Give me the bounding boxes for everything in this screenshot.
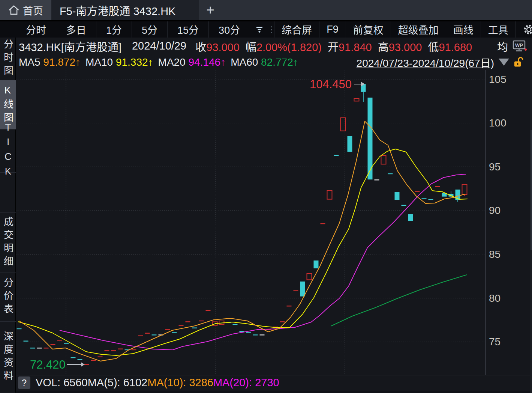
toolbar-right-group: 综合屏F9前复权超级叠加画线工具 » [274, 21, 532, 38]
ma-line-ma10 [18, 149, 468, 355]
toolbar-button-30min[interactable]: 30分 [209, 21, 250, 38]
tab-home[interactable]: 首页 [0, 0, 51, 20]
sidebar-tab-price-table[interactable]: 分价表 [0, 273, 16, 322]
toolbar-button-15min[interactable]: 15分 [168, 21, 209, 38]
volume-legend-label: MA(10): [147, 376, 189, 388]
volume-legend-value: 6102 [123, 376, 148, 388]
ma-name: MA60 [231, 56, 261, 68]
toolbar-button-multi-day[interactable]: 多日 [56, 21, 96, 38]
ma-legend-item: MA60 82.772↑ [231, 56, 298, 68]
question-mark-icon: ? [22, 378, 27, 388]
quote-field: 开91.840 [328, 41, 372, 53]
new-tab-button[interactable]: + [199, 0, 222, 20]
ma-value: 91.872↑ [43, 56, 81, 68]
quote-field-value: 93.000 [389, 41, 422, 53]
toolbar-button-f9[interactable]: F9 [319, 21, 346, 38]
toolbar-button-composite-screen[interactable]: 综合屏 [274, 21, 319, 38]
ma-legend-item: MA20 94.146↑ [158, 56, 226, 68]
quote-field: 幅2.00%(1.820) [246, 41, 322, 53]
period-button-group: 分时多日1分5分15分30分 [16, 21, 250, 38]
trading-app-window: 首页 F5-南方港股通 3432.HK + 分时多日1分5分15分30分 ⋮ 综… [0, 0, 532, 393]
quote-field-label: 低 [428, 41, 439, 53]
ma-value: 94.146↑ [189, 56, 226, 68]
quote-field-label: 开 [328, 41, 339, 53]
sidebar-tab-trade-detail[interactable]: 成交明细 [0, 213, 16, 273]
sidebar-tab-time-chart-label: 分时图 [1, 39, 15, 78]
y-axis-label: 100 [489, 117, 507, 129]
volume-legend-item: MA(5): 6102 [88, 376, 148, 388]
quote-info-bar: 3432.HK[南方港股通] 2024/10/29 收93.000幅2.00%(… [16, 38, 532, 54]
sidebar-tab-tick-label: TICK [2, 122, 14, 180]
ma-name: MA5 [19, 56, 43, 68]
volume-legend-label: VOL: [36, 376, 63, 388]
volume-legend-value: 6560 [63, 376, 88, 388]
window-tab-bar: 首页 F5-南方港股通 3432.HK + [0, 0, 532, 21]
symbol-name: 3432.HK[南方港股通] [19, 38, 121, 54]
toolbar-button-super-overlay[interactable]: 超级叠加 [391, 21, 446, 38]
toolbar-button-minute[interactable]: 分时 [16, 21, 56, 38]
tab-document-active[interactable]: F5-南方港股通 3432.HK [51, 0, 199, 20]
ma-name: MA10 [85, 56, 116, 68]
quote-field: 高93.000 [378, 41, 422, 53]
left-sidebar: 分时图K线图TICK成交明细分价表深度资料 [0, 38, 16, 393]
scrollbar-thumb[interactable] [531, 130, 532, 250]
candle-up [354, 98, 359, 101]
volume-legend-value: 3286 [189, 376, 213, 388]
sidebar-tab-time-chart[interactable]: 分时图 [0, 38, 16, 80]
candle-down [408, 214, 413, 221]
tab-document-label: F5-南方港股通 3432.HK [60, 2, 175, 18]
main-area: 分时图K线图TICK成交明细分价表深度资料 3432.HK[南方港股通] 202… [0, 38, 532, 393]
candle-up [327, 190, 332, 199]
ma-legend-item: MA10 91.332↑ [85, 56, 153, 68]
chart-panel: 3432.HK[南方港股通] 2024/10/29 收93.000幅2.00%(… [16, 38, 532, 393]
unlocked-padlock-icon[interactable] [514, 56, 524, 68]
period-filter-funnel-icon[interactable] [250, 21, 269, 38]
annotation-arrowhead [81, 362, 85, 367]
candle-up [341, 118, 346, 131]
toolbar-button-1min[interactable]: 1分 [96, 21, 132, 38]
candle-up [307, 274, 312, 280]
quote-field-label: 高 [378, 41, 389, 53]
sidebar-tab-depth-info[interactable]: 深度资料 [0, 322, 16, 393]
candle-up [381, 155, 386, 164]
candle-down [348, 136, 352, 152]
kline-chart-canvas[interactable]: 1051009590858075104.45072.420 [16, 70, 532, 375]
tab-home-label: 首页 [23, 3, 43, 18]
ma-line-ma5 [19, 121, 465, 361]
volume-legend-value: 2730 [255, 376, 279, 388]
toolbar-button-tools[interactable]: 工具 [481, 21, 516, 38]
quote-field-label: 幅 [246, 41, 256, 53]
chevron-down-icon[interactable] [499, 59, 509, 66]
toolbar-button-draw-line[interactable]: 画线 [446, 21, 481, 38]
kline-chart-area: 1051009590858075104.45072.420 [16, 70, 532, 375]
quote-field-value: 2.00%(1.820) [256, 41, 322, 53]
wp-monitor-icon[interactable]: WP [512, 40, 528, 53]
ma-name: MA20 [158, 56, 189, 68]
candle-up [462, 184, 467, 194]
sidebar-tab-tick[interactable]: TICK [0, 129, 16, 173]
right-scrollbar[interactable] [530, 70, 532, 393]
toolbar: 分时多日1分5分15分30分 ⋮ 综合屏F9前复权超级叠加画线工具 » [0, 21, 532, 38]
avg-price-label[interactable]: 均 [497, 38, 508, 54]
ma-line-ma20 [60, 174, 466, 350]
y-axis-label: 75 [489, 336, 501, 348]
toolbar-button-5min[interactable]: 5分 [132, 21, 168, 38]
ma-value: 91.332↑ [116, 56, 153, 68]
date-range-selector[interactable]: 2024/07/23-2024/10/29(67日) [357, 55, 494, 70]
help-button[interactable]: ? [18, 376, 30, 389]
settings-gear-button[interactable] [516, 21, 532, 38]
plus-icon: + [206, 2, 214, 18]
y-axis-label: 105 [489, 74, 507, 85]
volume-legend-items: VOL: 6560MA(5): 6102MA(10): 3286MA(20): … [36, 376, 279, 389]
svg-text:WP: WP [515, 42, 523, 48]
toolbar-button-forward-adjust[interactable]: 前复权 [346, 21, 391, 38]
quote-field-value: 93.000 [206, 41, 240, 53]
y-axis-label: 95 [489, 161, 501, 173]
sidebar-tab-depth-info-label: 深度资料 [1, 331, 15, 384]
home-icon [8, 5, 19, 15]
volume-legend-bar: ? VOL: 6560MA(5): 6102MA(10): 3286MA(20)… [16, 375, 532, 390]
volume-legend-item: MA(20): 2730 [213, 376, 279, 388]
candle-down [300, 282, 305, 297]
price-annotation: 104.450 [310, 78, 352, 91]
volume-pane-edge [16, 390, 532, 393]
